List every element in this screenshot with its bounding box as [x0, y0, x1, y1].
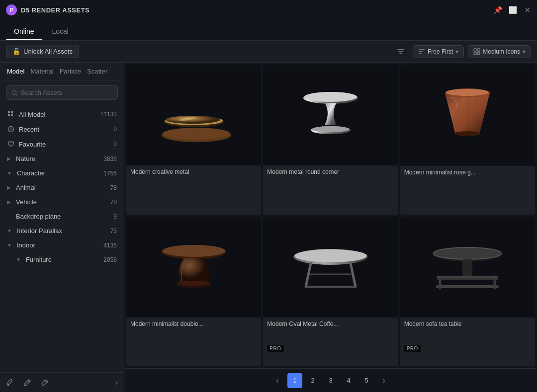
asset-grid: Modern creative metal	[124, 63, 537, 368]
asset-image-6	[400, 217, 535, 318]
svg-point-18	[304, 92, 357, 102]
title-bar: P D5 RENDER ASSETS 📌 ⬜ ✕	[0, 0, 537, 20]
clock-icon	[7, 125, 15, 133]
chevron-right-icon: ▶	[7, 185, 11, 190]
asset-card-1[interactable]: Modern creative metal	[126, 65, 261, 215]
main-area: Model Material Particle Scatter	[0, 63, 537, 392]
asset-image-4	[126, 217, 261, 317]
maximize-icon[interactable]: ⬜	[509, 6, 516, 13]
pro-badge-6: PRO	[404, 345, 421, 352]
content-area: Modern creative metal	[124, 63, 537, 392]
tab-bar: Online Local	[0, 20, 537, 41]
asset-image-1	[126, 65, 261, 165]
pro-badge-5: PRO	[267, 345, 283, 352]
svg-rect-7	[8, 114, 10, 116]
page-button-4[interactable]: 4	[341, 373, 356, 388]
sidebar-item-backdrop[interactable]: ▶ Backdrop plane 9	[0, 209, 124, 224]
asset-card-3[interactable]: Modern minimalist rose g...	[400, 65, 535, 215]
asset-name-2: Modern metal round corner	[263, 165, 398, 178]
type-tab-particle[interactable]: Particle	[60, 68, 81, 75]
unlock-all-button[interactable]: 🔓 Unlock All Assets	[6, 45, 79, 58]
svg-rect-5	[8, 111, 10, 113]
svg-point-12	[163, 128, 230, 140]
chevron-down-icon: ▾	[523, 48, 526, 55]
wrench-icon[interactable]	[40, 378, 49, 387]
asset-name-3: Modern minimalist rose g...	[400, 166, 535, 179]
type-tab-scatter[interactable]: Scatter	[87, 68, 107, 75]
svg-point-26	[454, 131, 480, 136]
tab-local[interactable]: Local	[44, 23, 76, 40]
svg-point-20	[312, 126, 350, 132]
asset-name-1: Modern creative metal	[126, 165, 261, 178]
lock-icon: 🔓	[12, 48, 20, 55]
chevron-right-icon: ▶	[7, 199, 11, 205]
grid-icon	[7, 110, 15, 118]
search-icon	[11, 89, 18, 96]
svg-rect-6	[11, 111, 13, 113]
sidebar-item-nature[interactable]: ▶ Nature 3836	[0, 152, 124, 166]
svg-rect-2	[474, 52, 476, 55]
page-button-3[interactable]: 3	[323, 373, 338, 388]
svg-rect-1	[477, 49, 480, 51]
sidebar-item-interior-parallax[interactable]: ▼ Interior Parallax 75	[0, 224, 124, 238]
sidebar-footer: ›	[0, 372, 124, 392]
type-tab-material[interactable]: Material	[30, 68, 53, 75]
type-tabs: Model Material Particle Scatter	[0, 63, 124, 80]
view-dropdown[interactable]: Medium Icons ▾	[468, 45, 531, 58]
asset-name-4: Modern minimalist double...	[126, 317, 261, 330]
svg-rect-3	[477, 52, 480, 55]
sidebar-item-furniture[interactable]: ▼ Furniture 2056	[0, 252, 124, 267]
page-button-2[interactable]: 2	[305, 373, 320, 388]
sidebar-item-vehicle[interactable]: ▶ Vehicle 70	[0, 195, 124, 209]
page-button-5[interactable]: 5	[359, 373, 374, 388]
svg-line-34	[351, 263, 356, 287]
asset-image-2	[263, 65, 398, 165]
chevron-down-icon: ▼	[7, 242, 12, 248]
svg-point-28	[163, 245, 225, 257]
svg-point-32	[294, 249, 367, 262]
close-icon[interactable]: ✕	[524, 6, 531, 13]
sidebar-item-indoor[interactable]: ▼ Indoor 4135	[0, 238, 124, 252]
sidebar: Model Material Particle Scatter	[0, 63, 124, 392]
svg-rect-8	[11, 114, 13, 116]
toolbar: 🔓 Unlock All Assets Free First ▾ Medium …	[0, 41, 537, 63]
sidebar-item-animal[interactable]: ▶ Animal 78	[0, 180, 124, 195]
chevron-down-icon: ▼	[7, 228, 12, 234]
nav-list: All Model 11133 Recent 0	[0, 105, 124, 372]
sort-dropdown[interactable]: Free First ▾	[413, 45, 464, 58]
pencil-icon[interactable]	[23, 378, 32, 387]
sidebar-item-favourite[interactable]: Favourite 0	[0, 137, 124, 152]
asset-name-5: Modern Oval Metal Coffe...	[263, 317, 398, 330]
sidebar-item-recent[interactable]: Recent 0	[0, 122, 124, 137]
brush-icon[interactable]	[6, 378, 15, 387]
filter-icon[interactable]	[393, 44, 409, 60]
asset-name-6: Modern sofa tea table	[400, 317, 535, 330]
page-prev-button[interactable]: ‹	[270, 374, 284, 388]
heart-icon	[7, 140, 15, 148]
svg-rect-0	[474, 49, 476, 51]
page-button-1[interactable]: 1	[287, 373, 302, 388]
search-bar[interactable]	[6, 85, 118, 100]
chevron-down-icon: ▼	[7, 170, 12, 176]
tab-online[interactable]: Online	[6, 23, 42, 40]
search-input[interactable]	[21, 89, 112, 96]
sidebar-item-all-model[interactable]: All Model 11133	[0, 107, 124, 122]
svg-line-33	[306, 263, 311, 287]
pin-icon[interactable]: 📌	[494, 6, 501, 13]
chevron-down-icon: ▾	[455, 48, 458, 55]
asset-card-5[interactable]: Modern Oval Metal Coffe... PRO	[263, 217, 398, 367]
svg-point-30	[178, 281, 210, 286]
asset-card-6[interactable]: Modern sofa tea table PRO	[400, 217, 535, 367]
sidebar-item-character[interactable]: ▼ Character 1755	[0, 166, 124, 180]
chevron-right-icon: ▶	[7, 214, 11, 219]
page-next-button[interactable]: ›	[377, 374, 391, 388]
chevron-down-icon: ▼	[16, 257, 21, 262]
pagination: ‹ 1 2 3 4 5 ›	[124, 368, 537, 392]
app-title: D5 RENDER ASSETS	[21, 6, 494, 14]
type-tab-model[interactable]: Model	[7, 68, 24, 75]
svg-rect-40	[462, 259, 472, 277]
expand-sidebar-icon[interactable]: ›	[115, 379, 118, 387]
asset-image-3	[400, 65, 535, 166]
asset-card-4[interactable]: Modern minimalist double...	[126, 217, 261, 367]
asset-card-2[interactable]: Modern metal round corner	[263, 65, 398, 215]
